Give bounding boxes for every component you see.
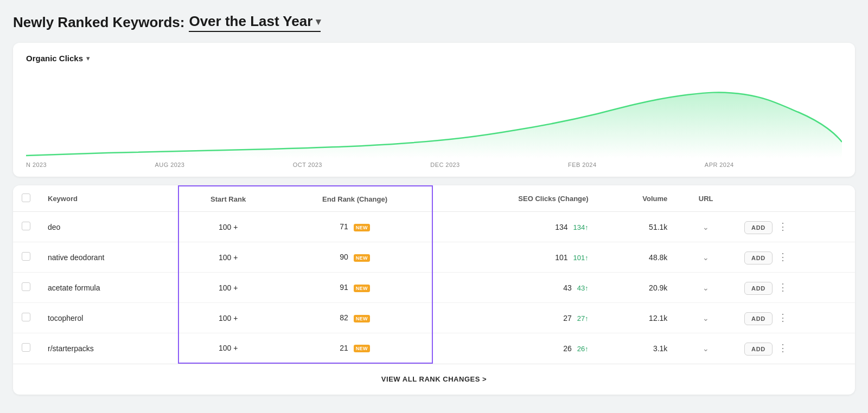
th-seo-clicks: SEO Clicks (Change) [432,186,597,212]
url-chevron-icon: ⌄ [703,223,709,231]
table-card: Keyword Start Rank End Rank (Change) SEO… [13,185,855,395]
seo-clicks-change: 27↑ [577,314,589,322]
seo-clicks-change: 43↑ [577,284,589,292]
title-row: Newly Ranked Keywords: Over the Last Yea… [13,13,855,32]
row-checkbox-cell [13,212,39,242]
seo-clicks-change: 26↑ [577,345,589,353]
view-all-link[interactable]: VIEW ALL RANK CHANGES > [381,375,487,383]
th-checkbox [13,186,39,212]
row-end-rank: 82 NEW [278,303,433,333]
row-keyword: acetate formula [39,273,178,303]
x-label-4: FEB 2024 [568,162,596,168]
row-keyword: deo [39,212,178,242]
more-options-button[interactable]: ⋮ [775,250,791,264]
row-seo-clicks: 134 134↑ [432,212,597,242]
row-checkbox[interactable] [22,343,30,352]
row-actions-cell: ADD ⋮ [736,273,855,303]
row-volume: 20.9k [597,273,676,303]
add-button[interactable]: ADD [744,343,773,356]
th-volume: Volume [597,186,676,212]
th-actions [736,186,855,212]
th-start-rank: Start Rank [178,186,278,212]
row-checkbox[interactable] [22,313,30,321]
more-options-button[interactable]: ⋮ [775,220,791,234]
more-options-button[interactable]: ⋮ [775,280,791,294]
x-label-2: OCT 2023 [293,162,322,168]
row-volume: 48.8k [597,242,676,273]
row-url-dropdown[interactable]: ⌄ [676,212,736,242]
table-header-row: Keyword Start Rank End Rank (Change) SEO… [13,186,855,212]
row-end-rank: 71 NEW [278,212,433,242]
keywords-table: Keyword Start Rank End Rank (Change) SEO… [13,185,855,364]
url-chevron-icon: ⌄ [703,283,709,292]
th-end-rank: End Rank (Change) [278,186,433,212]
add-button[interactable]: ADD [744,251,773,264]
select-all-checkbox[interactable] [22,193,30,202]
row-url-dropdown[interactable]: ⌄ [676,303,736,333]
more-options-button[interactable]: ⋮ [775,311,791,325]
row-volume: 51.1k [597,212,676,242]
row-volume: 12.1k [597,303,676,333]
row-seo-clicks: 101 101↑ [432,242,597,273]
row-actions-cell: ADD ⋮ [736,212,855,242]
seo-clicks-change: 134↑ [573,223,588,231]
row-seo-clicks: 26 26↑ [432,333,597,364]
row-end-rank: 91 NEW [278,273,433,303]
page-container: Newly Ranked Keywords: Over the Last Yea… [13,13,855,395]
page-title-prefix: Newly Ranked Keywords: [13,14,184,31]
chart-area [26,72,842,158]
table-row: acetate formula 100 + 91 NEW 43 43↑ 20.9… [13,273,855,303]
row-url-dropdown[interactable]: ⌄ [676,333,736,364]
url-chevron-icon: ⌄ [703,344,709,353]
row-volume: 3.1k [597,333,676,364]
th-url: URL [676,186,736,212]
row-start-rank: 100 + [178,273,278,303]
row-end-rank: 90 NEW [278,242,433,273]
row-checkbox[interactable] [22,282,30,291]
new-badge: NEW [354,345,370,352]
x-axis-labels: N 2023 AUG 2023 OCT 2023 DEC 2023 FEB 20… [26,158,842,168]
row-actions-cell: ADD ⋮ [736,333,855,364]
dropdown-arrow-icon: ▾ [316,16,321,28]
table-body: deo 100 + 71 NEW 134 134↑ 51.1k ⌄ ADD ⋮ … [13,212,855,364]
x-label-1: AUG 2023 [155,162,185,168]
add-button[interactable]: ADD [744,282,773,295]
chart-header: Organic Clicks ▾ [26,54,842,63]
url-chevron-icon: ⌄ [703,253,709,262]
row-start-rank: 100 + [178,212,278,242]
chart-card: Organic Clicks ▾ N 2023 AUG 2023 OCT 202 [13,43,855,177]
table-row: tocopherol 100 + 82 NEW 27 27↑ 12.1k ⌄ A… [13,303,855,333]
row-actions-cell: ADD ⋮ [736,303,855,333]
row-end-rank: 21 NEW [278,333,433,364]
row-seo-clicks: 27 27↑ [432,303,597,333]
view-all-row: VIEW ALL RANK CHANGES > [13,364,855,395]
row-checkbox[interactable] [22,252,30,261]
row-seo-clicks: 43 43↑ [432,273,597,303]
table-row: native deodorant 100 + 90 NEW 101 101↑ 4… [13,242,855,273]
row-checkbox[interactable] [22,222,30,230]
row-keyword: r/starterpacks [39,333,178,364]
dropdown-value: Over the Last Year [189,13,312,30]
add-button[interactable]: ADD [744,221,773,234]
th-keyword: Keyword [39,186,178,212]
add-button[interactable]: ADD [744,312,773,325]
more-options-button[interactable]: ⋮ [775,341,791,355]
seo-clicks-change: 101↑ [573,254,588,262]
chart-label: Organic Clicks [26,54,83,63]
new-badge: NEW [354,315,370,322]
row-start-rank: 100 + [178,303,278,333]
new-badge: NEW [354,285,370,292]
row-checkbox-cell [13,303,39,333]
table-row: r/starterpacks 100 + 21 NEW 26 26↑ 3.1k … [13,333,855,364]
row-url-dropdown[interactable]: ⌄ [676,273,736,303]
url-chevron-icon: ⌄ [703,314,709,322]
row-keyword: tocopherol [39,303,178,333]
row-actions-cell: ADD ⋮ [736,242,855,273]
new-badge: NEW [354,224,370,231]
title-dropdown[interactable]: Over the Last Year ▾ [189,13,321,32]
row-url-dropdown[interactable]: ⌄ [676,242,736,273]
table-container: Keyword Start Rank End Rank (Change) SEO… [13,185,855,364]
chart-dropdown-icon[interactable]: ▾ [86,54,90,62]
table-row: deo 100 + 71 NEW 134 134↑ 51.1k ⌄ ADD ⋮ [13,212,855,242]
row-start-rank: 100 + [178,242,278,273]
